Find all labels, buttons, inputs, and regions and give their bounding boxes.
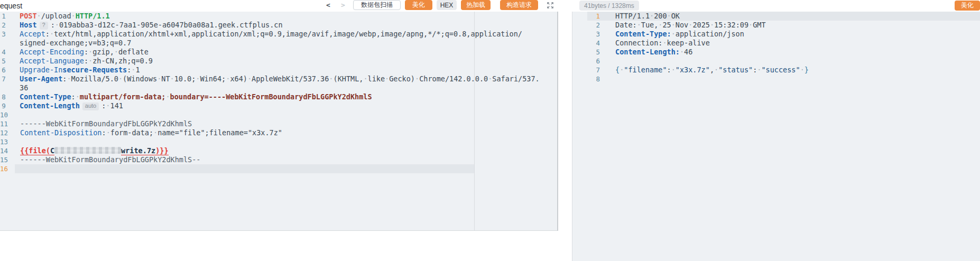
line-content: Accept:·text/html,application/xhtml+xml,… [20, 30, 553, 48]
line-content: Date:·Tue,·25·Nov·2025·15:32:09·GMT [615, 21, 975, 30]
line-content: {·"filename":·"x3x.7z",·"status":·"succe… [615, 66, 975, 74]
code-line[interactable]: 1POST·/upload·HTTP/1.1 [0, 12, 557, 21]
code-line[interactable]: 2Host?:·019abba3-d12c-7aa1-905e-a6047b0a… [0, 21, 557, 30]
code-line[interactable]: 10 [0, 110, 557, 119]
line-content: Content-Lengthauto:·141 [20, 101, 553, 110]
line-number: 12 [0, 128, 8, 137]
code-line[interactable]: 7{·"filename":·"x3x.7z",·"status":·"succ… [572, 66, 980, 74]
line-number: 13 [0, 137, 8, 146]
line-number: 14 [0, 146, 8, 155]
code-line[interactable]: 9Content-Lengthauto:·141 [0, 101, 557, 110]
code-line[interactable]: 8Content-Type:·multipart/form-data;·boun… [0, 92, 557, 101]
line-content: Accept-Language:·zh-CN,zh;q=0.9 [20, 57, 553, 66]
code-line[interactable]: 1HTTP/1.1·200·OK [572, 12, 980, 21]
code-line[interactable]: 16 [0, 164, 557, 173]
line-number: 15 [0, 155, 8, 164]
line-number: 10 [0, 110, 8, 119]
response-stats-badge: 41bytes / 1328ms [579, 1, 639, 11]
response-beautify-button[interactable]: 美化 [955, 1, 980, 11]
line-content [20, 110, 554, 119]
fullscreen-icon[interactable] [547, 2, 554, 9]
code-line[interactable]: 4Accept-Encoding:·gzip,·deflate [0, 48, 557, 57]
history-back-button[interactable]: < [326, 1, 330, 9]
line-number: 1 [0, 12, 7, 21]
line-content: {{file(Cwrite.7z)}} [20, 146, 554, 155]
hot-reload-button[interactable]: 热加载 [461, 0, 491, 10]
redacted-blur [54, 147, 121, 154]
line-number: 16 [0, 164, 8, 173]
code-line[interactable]: 3Content-Type:·application/json [572, 30, 980, 39]
line-number: 6 [572, 57, 600, 66]
code-line[interactable]: 5Content-Length:·46 [572, 48, 980, 57]
request-editor[interactable]: 1POST·/upload·HTTP/1.12Host?:·019abba3-d… [0, 12, 558, 231]
line-number: 3 [0, 30, 7, 48]
line-content: Connection:·keep-alive [615, 39, 975, 48]
line-number: 9 [0, 101, 7, 110]
code-line[interactable]: 15------WebKitFormBoundarydFbLGGPkY2dKhm… [0, 155, 557, 164]
code-line[interactable]: 14{{file(Cwrite.7z)}} [0, 146, 557, 155]
line-content [615, 57, 975, 66]
inline-hint-badge: ? [40, 22, 48, 30]
code-line[interactable]: 6Upgrade-Insecure-Requests:·1 [0, 66, 557, 74]
line-content: ------WebKitFormBoundarydFbLGGPkY2dKhmlS… [20, 155, 554, 164]
header-bar: equest < > 数据包扫描 美化 HEX 热加载 构造请求 41bytes… [0, 0, 980, 12]
line-content: User-Agent:·Mozilla/5.0·(Windows·NT·10.0… [20, 74, 553, 92]
line-number: 4 [0, 48, 7, 57]
line-content: Upgrade-Insecure-Requests:·1 [20, 66, 553, 74]
code-line[interactable]: 7User-Agent:·Mozilla/5.0·(Windows·NT·10.… [0, 74, 557, 92]
code-line[interactable]: 8 [572, 74, 980, 83]
code-line[interactable]: 5Accept-Language:·zh-CN,zh;q=0.9 [0, 57, 557, 66]
code-line[interactable]: 11------WebKitFormBoundarydFbLGGPkY2dKhm… [0, 119, 557, 128]
line-number: 7 [572, 66, 600, 74]
line-number: 2 [0, 21, 7, 30]
line-content: Host?:·019abba3-d12c-7aa1-905e-a6047b0a0… [20, 21, 553, 30]
line-number: 7 [0, 74, 7, 92]
code-line[interactable]: 4Connection:·keep-alive [572, 39, 980, 48]
line-content: Content-Type:·multipart/form-data;·bound… [20, 92, 553, 101]
line-number: 8 [572, 74, 600, 83]
line-content [20, 164, 554, 173]
line-content: Content-Length:·46 [615, 48, 975, 57]
beautify-button[interactable]: 美化 [405, 0, 432, 10]
response-editor[interactable]: 1HTTP/1.1·200·OK2Date:·Tue,·25·Nov·2025·… [572, 12, 980, 261]
code-line[interactable]: 12Content-Disposition:·form-data;·name="… [0, 128, 557, 137]
line-number: 3 [572, 30, 600, 39]
line-content: Content-Disposition:·form-data;·name="fi… [20, 128, 554, 137]
request-panel-title: equest [0, 2, 22, 10]
line-content [20, 137, 554, 146]
hex-button[interactable]: HEX [437, 0, 457, 10]
construct-request-button[interactable]: 构造请求 [500, 0, 538, 10]
line-content [615, 74, 975, 83]
line-number: 11 [0, 119, 8, 128]
inline-hint-badge: auto [82, 102, 99, 110]
line-number: 4 [572, 39, 600, 48]
line-number: 8 [0, 92, 7, 101]
packet-scan-button[interactable]: 数据包扫描 [353, 0, 401, 10]
line-number: 5 [0, 57, 7, 66]
line-content: POST·/upload·HTTP/1.1 [20, 12, 553, 21]
line-number: 2 [572, 21, 600, 30]
line-number: 6 [0, 66, 7, 74]
line-number: 1 [572, 12, 600, 21]
line-content: HTTP/1.1·200·OK [615, 12, 975, 21]
packet-editor-window: equest < > 数据包扫描 美化 HEX 热加载 构造请求 41bytes… [0, 0, 980, 261]
line-content: Content-Type:·application/json [615, 30, 975, 39]
code-line[interactable]: 3Accept:·text/html,application/xhtml+xml… [0, 30, 557, 48]
line-content: ------WebKitFormBoundarydFbLGGPkY2dKhmlS [20, 119, 554, 128]
code-line[interactable]: 6 [572, 57, 980, 66]
line-content: Accept-Encoding:·gzip,·deflate [20, 48, 553, 57]
code-line[interactable]: 2Date:·Tue,·25·Nov·2025·15:32:09·GMT [572, 21, 980, 30]
code-line[interactable]: 13 [0, 137, 557, 146]
line-number: 5 [572, 48, 600, 57]
history-forward-button[interactable]: > [341, 1, 345, 9]
